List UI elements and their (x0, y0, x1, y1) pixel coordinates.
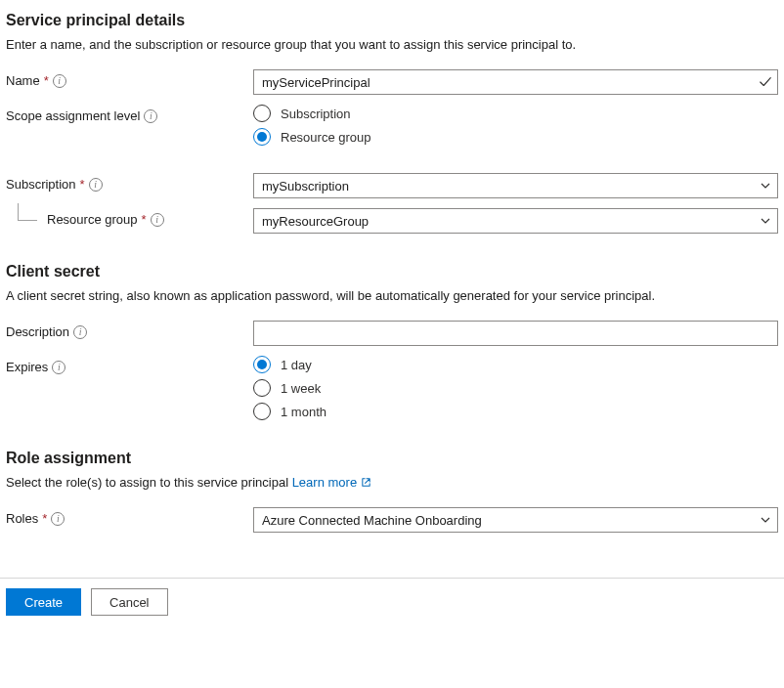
radio-icon (253, 105, 271, 122)
radio-icon (253, 403, 271, 420)
expires-label: Expires i (6, 356, 253, 374)
create-button[interactable]: Create (6, 588, 81, 616)
section-heading-spd: Service principal details (6, 12, 778, 29)
tree-connector-icon (18, 203, 37, 221)
radio-icon (253, 128, 271, 146)
radio-label: Subscription (281, 107, 351, 121)
section-heading-role: Role assignment (6, 450, 778, 467)
radio-icon (253, 379, 271, 397)
dropdown-value: mySubscription (262, 179, 349, 194)
resource-group-label: Resource group* i (6, 208, 253, 227)
info-icon[interactable]: i (51, 512, 65, 526)
radio-icon (253, 356, 271, 373)
subscription-label: Subscription* i (6, 173, 253, 192)
expires-radio-1day[interactable]: 1 day (253, 356, 778, 373)
roles-dropdown[interactable]: Azure Connected Machine Onboarding (253, 507, 778, 533)
section-desc-secret: A client secret string, also known as ap… (6, 288, 778, 303)
scope-radio-resource-group[interactable]: Resource group (253, 128, 778, 146)
name-label: Name* i (6, 69, 253, 88)
roles-label: Roles* i (6, 507, 253, 526)
chevron-down-icon (760, 180, 771, 192)
info-icon[interactable]: i (52, 361, 65, 374)
section-desc-spd: Enter a name, and the subscription or re… (6, 37, 778, 52)
dropdown-value: Azure Connected Machine Onboarding (262, 513, 482, 528)
description-input[interactable] (253, 321, 778, 346)
cancel-button[interactable]: Cancel (91, 588, 167, 616)
chevron-down-icon (760, 215, 771, 227)
section-heading-secret: Client secret (6, 263, 778, 280)
dropdown-value: myResourceGroup (262, 214, 369, 229)
info-icon[interactable]: i (53, 74, 66, 88)
scope-radio-subscription[interactable]: Subscription (253, 105, 778, 122)
info-icon[interactable]: i (89, 178, 103, 192)
description-label: Description i (6, 321, 253, 339)
info-icon[interactable]: i (151, 213, 164, 227)
chevron-down-icon (760, 514, 771, 526)
expires-radio-1week[interactable]: 1 week (253, 379, 778, 397)
external-link-icon (361, 477, 371, 488)
section-desc-role: Select the role(s) to assign to this ser… (6, 475, 778, 490)
learn-more-link[interactable]: Learn more (292, 475, 371, 490)
radio-label: 1 day (281, 358, 312, 372)
resource-group-dropdown[interactable]: myResourceGroup (253, 208, 778, 234)
expires-radio-1month[interactable]: 1 month (253, 403, 778, 420)
subscription-dropdown[interactable]: mySubscription (253, 173, 778, 198)
name-input[interactable] (253, 69, 778, 95)
scope-label: Scope assignment level i (6, 105, 253, 123)
radio-label: 1 week (281, 381, 321, 396)
radio-label: Resource group (281, 130, 371, 145)
info-icon[interactable]: i (144, 109, 157, 123)
info-icon[interactable]: i (73, 325, 87, 339)
radio-label: 1 month (281, 405, 327, 419)
